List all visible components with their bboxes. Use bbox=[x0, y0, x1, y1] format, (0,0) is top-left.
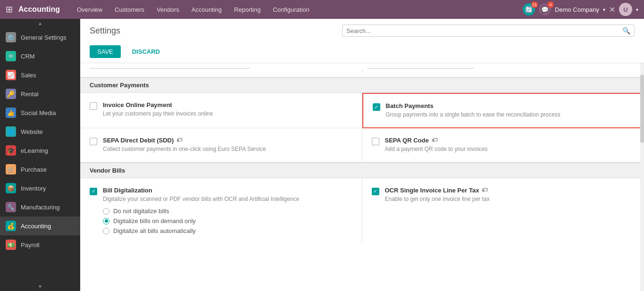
sidebar-label-general-settings: General Settings bbox=[21, 34, 67, 41]
activity-icon[interactable]: 🔄 21 bbox=[523, 3, 535, 16]
sidebar-item-accounting[interactable]: 💰 Accounting bbox=[0, 216, 80, 235]
avatar[interactable]: U bbox=[619, 3, 632, 16]
company-selector[interactable]: Demo Company bbox=[555, 6, 599, 13]
sidebar-label-website: Website bbox=[21, 128, 43, 135]
payroll-icon: 💵 bbox=[6, 240, 16, 250]
wrench-icon: 🔧 bbox=[6, 202, 16, 212]
sepa-direct-debit-cell: SEPA Direct Debit (SDD) 🏷 Collect custom… bbox=[80, 128, 362, 162]
sepa-qr-code-checkbox[interactable] bbox=[372, 138, 379, 145]
discard-button[interactable]: DISCARD bbox=[125, 45, 167, 58]
save-button[interactable]: SAVE bbox=[90, 45, 121, 58]
nav-links: Overview Customers Vendors Accounting Re… bbox=[71, 2, 521, 17]
scrollbar-thumb bbox=[640, 75, 644, 143]
batch-payments-cell: ✓ Batch Payments Group payments into a s… bbox=[362, 93, 644, 128]
sepa-direct-debit-desc: Collect customer payments in one-click u… bbox=[103, 145, 352, 153]
sidebar-label-payroll: Payroll bbox=[21, 241, 40, 249]
close-icon[interactable]: ✕ bbox=[609, 5, 615, 14]
app-title: Accounting bbox=[18, 5, 60, 14]
radio-do-not-digitalize[interactable]: Do not digitalize bills bbox=[103, 208, 352, 215]
batch-payments-checkbox[interactable]: ✓ bbox=[373, 103, 380, 111]
invoice-online-payment-checkbox[interactable] bbox=[90, 102, 97, 110]
chevron-down-icon[interactable]: ▾ bbox=[603, 7, 605, 12]
invoice-online-payment-desc: Let your customers pay their invoices on… bbox=[103, 110, 352, 118]
vendor-bills-grid: ✓ Bill Digitalization Digitalize your sc… bbox=[80, 178, 644, 243]
sidebar-label-rental: Rental bbox=[21, 91, 39, 98]
sepa-qr-code-info: SEPA QR Code 🏷 Add a payment QR code to … bbox=[385, 137, 635, 153]
radio-all-automatic[interactable]: Digitalize all bills automatically bbox=[103, 227, 352, 234]
ocr-tag-icon: 🏷 bbox=[482, 187, 487, 193]
sidebar-label-elearning: eLearning bbox=[21, 147, 48, 154]
sepa-qr-code-title: SEPA QR Code 🏷 bbox=[385, 137, 635, 144]
ocr-single-invoice-info: OCR Single Invoice Line Per Tax 🏷 Enable… bbox=[385, 187, 635, 203]
key-icon: 🔑 bbox=[6, 89, 16, 99]
sidebar-item-sales[interactable]: 📈 Sales bbox=[0, 66, 80, 84]
search-bar[interactable]: 🔍 bbox=[342, 25, 635, 37]
grid-menu-icon[interactable]: ⊞ bbox=[6, 4, 13, 15]
settings-title-row: Settings 🔍 bbox=[90, 25, 635, 37]
invoice-online-payment-cell: Invoice Online Payment Let your customer… bbox=[80, 93, 362, 128]
ocr-single-invoice-checkbox[interactable]: ✓ bbox=[372, 188, 379, 195]
action-row: SAVE DISCARD bbox=[90, 42, 635, 63]
nav-customers[interactable]: Customers bbox=[109, 2, 150, 17]
sidebar-item-rental[interactable]: 🔑 Rental bbox=[0, 84, 80, 103]
sidebar-item-elearning[interactable]: 🎓 eLearning bbox=[0, 141, 80, 160]
sidebar-item-purchase[interactable]: 🛒 Purchase bbox=[0, 160, 80, 179]
sepa-direct-debit-info: SEPA Direct Debit (SDD) 🏷 Collect custom… bbox=[103, 137, 352, 153]
customer-payments-section-header: Customer Payments bbox=[80, 77, 644, 93]
avatar-chevron-icon[interactable]: ▾ bbox=[636, 7, 638, 12]
sidebar-scroll-down[interactable]: ▼ bbox=[0, 282, 80, 291]
ocr-single-invoice-title: OCR Single Invoice Line Per Tax 🏷 bbox=[385, 187, 635, 194]
top-navigation: ⊞ Accounting Overview Customers Vendors … bbox=[0, 0, 644, 19]
messages-icon[interactable]: 💬 4 bbox=[539, 3, 551, 16]
sepa-direct-debit-title: SEPA Direct Debit (SDD) 🏷 bbox=[103, 137, 352, 144]
ocr-single-invoice-cell: ✓ OCR Single Invoice Line Per Tax 🏷 Enab… bbox=[362, 178, 644, 243]
sidebar-item-payroll[interactable]: 💵 Payroll bbox=[0, 235, 80, 254]
sidebar-label-social-media: Social Media bbox=[21, 109, 56, 116]
activity-badge: 21 bbox=[531, 1, 538, 8]
nav-overview[interactable]: Overview bbox=[71, 2, 108, 17]
box-icon: 📦 bbox=[6, 183, 16, 193]
ocr-single-invoice-desc: Enable to get only one invoice line per … bbox=[385, 195, 635, 203]
bill-digitalization-desc: Digitalize your scanned or PDF vendor bi… bbox=[103, 195, 352, 203]
accounting-icon: 💰 bbox=[6, 221, 16, 231]
sidebar-item-inventory[interactable]: 📦 Inventory bbox=[0, 179, 80, 198]
batch-payments-info: Batch Payments Group payments into a sin… bbox=[386, 102, 634, 119]
digitalization-radio-group: Do not digitalize bills Digitalize bills… bbox=[103, 208, 352, 234]
vendor-bills-section-header: Vendor Bills bbox=[80, 163, 644, 178]
batch-payments-desc: Group payments into a single batch to ea… bbox=[386, 111, 634, 119]
sidebar-item-crm[interactable]: 👁 CRM bbox=[0, 47, 80, 66]
elearning-icon: 🎓 bbox=[6, 145, 16, 156]
eye-icon: 👁 bbox=[6, 51, 16, 61]
right-scrollbar[interactable] bbox=[640, 63, 644, 291]
chart-icon: 📈 bbox=[6, 70, 16, 80]
nav-vendors[interactable]: Vendors bbox=[151, 2, 185, 17]
partial-top-section bbox=[80, 63, 644, 77]
thumbsup-icon: 👍 bbox=[6, 108, 16, 118]
sepa-qr-code-cell: SEPA QR Code 🏷 Add a payment QR code to … bbox=[362, 128, 644, 162]
nav-reporting[interactable]: Reporting bbox=[228, 2, 266, 17]
bill-digitalization-cell: ✓ Bill Digitalization Digitalize your sc… bbox=[80, 178, 362, 243]
bill-digitalization-checkbox[interactable]: ✓ bbox=[90, 188, 97, 195]
nav-configuration[interactable]: Configuration bbox=[267, 2, 315, 17]
radio-on-demand[interactable]: Digitalize bills on demand only bbox=[103, 217, 352, 224]
batch-payments-title: Batch Payments bbox=[386, 102, 634, 109]
sepa-qr-code-tag-icon: 🏷 bbox=[432, 137, 437, 143]
sepa-direct-debit-tag-icon: 🏷 bbox=[176, 137, 182, 143]
page-title: Settings bbox=[90, 26, 120, 36]
radio-dot-on-demand bbox=[103, 218, 109, 224]
cart-icon: 🛒 bbox=[6, 164, 16, 175]
sepa-direct-debit-checkbox[interactable] bbox=[90, 138, 97, 145]
sidebar-label-manufacturing: Manufacturing bbox=[21, 204, 59, 211]
settings-header: Settings 🔍 SAVE DISCARD bbox=[80, 19, 644, 63]
sidebar-item-manufacturing[interactable]: 🔧 Manufacturing bbox=[0, 198, 80, 216]
search-icon: 🔍 bbox=[622, 27, 630, 34]
bill-digitalization-title: Bill Digitalization bbox=[103, 187, 352, 194]
nav-accounting[interactable]: Accounting bbox=[186, 2, 227, 17]
sidebar-scroll-up[interactable]: ▲ bbox=[0, 19, 80, 28]
sidebar-item-social-media[interactable]: 👍 Social Media bbox=[0, 103, 80, 122]
sidebar-item-general-settings[interactable]: ⚙️ General Settings bbox=[0, 28, 80, 47]
sidebar: ▲ ⚙️ General Settings 👁 CRM 📈 Sales 🔑 Re… bbox=[0, 19, 80, 291]
invoice-online-payment-info: Invoice Online Payment Let your customer… bbox=[103, 101, 352, 118]
sidebar-item-website[interactable]: 🌐 Website bbox=[0, 122, 80, 141]
search-input[interactable] bbox=[346, 27, 622, 34]
